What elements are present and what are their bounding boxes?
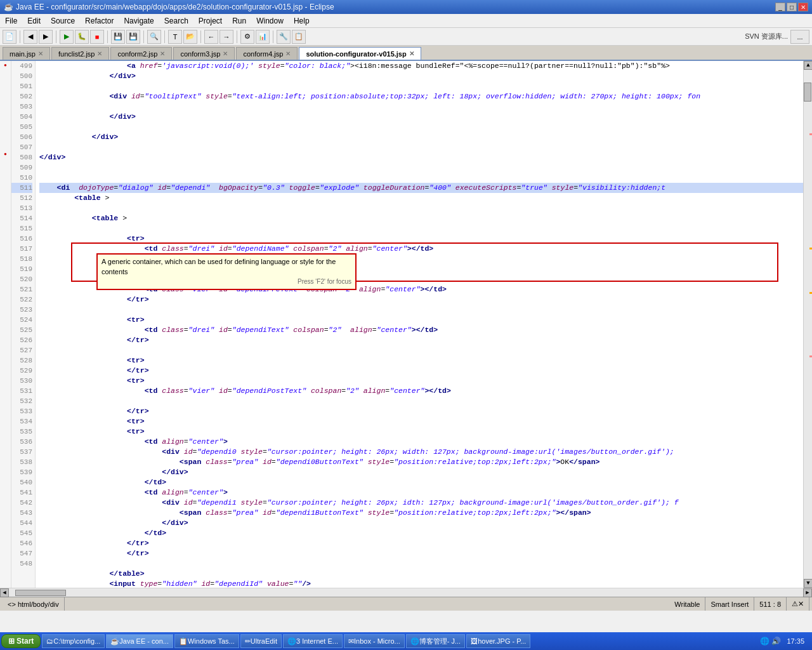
- taskbar-icon-eclipse: ☕: [110, 637, 119, 646]
- code-line-543: <span class="prea" id="dependi1ButtonTex…: [39, 508, 803, 518]
- scroll-right-button[interactable]: ▶: [803, 588, 812, 597]
- code-line-503: [39, 102, 803, 112]
- tab-conform4[interactable]: conform4.jsp ✕: [236, 47, 298, 60]
- open-type-button[interactable]: T: [168, 30, 182, 44]
- new-button[interactable]: 📄: [3, 30, 16, 44]
- close-button[interactable]: ✕: [798, 3, 808, 11]
- save-all-button[interactable]: 💾: [126, 30, 140, 44]
- code-line-547: </tr>: [39, 548, 803, 559]
- taskbar-item-eclipse[interactable]: ☕ Java EE - con...: [106, 634, 173, 648]
- scroll-left-button[interactable]: ◀: [0, 588, 9, 597]
- toolbar-btn1[interactable]: ⚙: [240, 30, 254, 44]
- tooltip-hint-text: Press 'F2' for focus: [102, 277, 351, 287]
- taskbar-item-hover[interactable]: 🖼 hover.JPG - P...: [466, 634, 530, 648]
- back-button[interactable]: ◀: [23, 30, 37, 44]
- code-area[interactable]: A generic container, which can be used f…: [36, 61, 803, 588]
- code-line-517: <td class="drei" id="dependiName" colspa…: [39, 244, 803, 254]
- close-tab-conform2[interactable]: ✕: [160, 50, 165, 57]
- taskbar-icon-hover: 🖼: [471, 637, 478, 645]
- sep7: [237, 30, 237, 43]
- taskbar-item-ultraedit[interactable]: ✏ UltraEdit: [240, 634, 282, 648]
- scroll-thumb[interactable]: [804, 83, 811, 102]
- menu-bar: File Edit Source Refactor Navigate Searc…: [0, 14, 812, 28]
- tab-conform3[interactable]: conform3.jsp ✕: [173, 47, 235, 60]
- vertical-scrollbar[interactable]: ▲ ▼: [803, 61, 812, 588]
- run-button[interactable]: ▶: [60, 30, 74, 44]
- scroll-down-button[interactable]: ▼: [804, 579, 812, 588]
- menu-run[interactable]: Run: [227, 15, 251, 27]
- code-line-541: <td align="center">: [39, 488, 803, 498]
- forward-button[interactable]: ▶: [39, 30, 53, 44]
- mode-segment: Writable: [669, 597, 705, 611]
- main-toolbar: 📄 ◀ ▶ ▶ 🐛 ■ 💾 💾 🔍 T 📂 ← → ⚙ 📊 🔧 📋 SVN 资源…: [0, 28, 812, 46]
- toolbar-btn3[interactable]: 🔧: [277, 30, 291, 44]
- sep2: [56, 30, 56, 43]
- horizontal-scrollbar[interactable]: ◀ ▶: [0, 588, 812, 597]
- code-line-537: <div id="dependi0 style="cursor:pointer;…: [39, 447, 803, 457]
- code-line-514: <table >: [39, 213, 803, 223]
- h-scroll-thumb[interactable]: [15, 590, 66, 596]
- code-line-522: </tr>: [39, 295, 803, 305]
- start-button[interactable]: ⊞ Start: [1, 634, 41, 648]
- scroll-marker-1: [809, 133, 812, 135]
- breadcrumb: <> html/body/div: [8, 600, 59, 608]
- close-tab-solution[interactable]: ✕: [409, 50, 414, 57]
- debug-button[interactable]: 🐛: [75, 30, 89, 44]
- toolbar-btn2[interactable]: 📊: [256, 30, 270, 44]
- taskbar-item-blog[interactable]: 🌐 博客管理- J...: [406, 634, 465, 648]
- taskbar-icon-ie: 🌐: [287, 637, 296, 646]
- code-line-534: <tr>: [39, 416, 803, 427]
- taskbar-icon-inbox: ✉: [348, 637, 354, 646]
- taskbar-item-windows[interactable]: 📋 Windows Tas...: [174, 634, 239, 648]
- taskbar-item-ie[interactable]: 🌐 3 Internet E...: [283, 634, 343, 648]
- menu-navigate[interactable]: Navigate: [119, 15, 159, 27]
- taskbar-icon-blog: 🌐: [410, 637, 419, 646]
- scroll-up-button[interactable]: ▲: [804, 61, 812, 70]
- code-line-512: <table >: [39, 193, 803, 203]
- taskbar-item-config[interactable]: 🗂 C:\tmp\config...: [42, 634, 105, 648]
- menu-file[interactable]: File: [0, 15, 22, 27]
- save-button[interactable]: 💾: [111, 30, 125, 44]
- tab-main-jsp[interactable]: main.jsp ✕: [3, 47, 50, 60]
- warning-icon: ⚠: [792, 600, 798, 608]
- h-scroll-track[interactable]: [9, 589, 803, 597]
- code-line-510: [39, 173, 803, 183]
- close-tab-funclist2[interactable]: ✕: [97, 50, 102, 57]
- tab-funclist2[interactable]: funclist2.jsp ✕: [51, 47, 109, 60]
- tab-solution-configurator[interactable]: solution-configurator-v015.jsp ✕: [299, 47, 421, 60]
- menu-project[interactable]: Project: [193, 15, 227, 27]
- next-edit-button[interactable]: →: [219, 30, 233, 44]
- minimize-button[interactable]: _: [775, 3, 785, 11]
- code-line-530: <tr>: [39, 376, 803, 386]
- menu-refactor[interactable]: Refactor: [80, 15, 119, 27]
- code-line-526: </tr>: [39, 335, 803, 345]
- menu-window[interactable]: Window: [251, 15, 289, 27]
- prev-edit-button[interactable]: ←: [204, 30, 218, 44]
- close-tab-conform4[interactable]: ✕: [285, 50, 291, 57]
- svn-button[interactable]: ...: [790, 30, 809, 44]
- maximize-button[interactable]: □: [787, 3, 797, 11]
- code-line-532: [39, 396, 803, 406]
- menu-source[interactable]: Source: [46, 15, 80, 27]
- code-line-513: [39, 203, 803, 213]
- error-icon: ✕: [798, 600, 804, 608]
- code-line-540: </td>: [39, 477, 803, 488]
- code-line-509: [39, 162, 803, 173]
- menu-search[interactable]: Search: [159, 15, 193, 27]
- code-line-506: </div>: [39, 132, 803, 142]
- close-tab-conform3[interactable]: ✕: [223, 50, 228, 57]
- search-button[interactable]: 🔍: [147, 30, 161, 44]
- stop-button[interactable]: ■: [90, 30, 104, 44]
- open-resource-button[interactable]: 📂: [183, 30, 197, 44]
- menu-help[interactable]: Help: [289, 15, 315, 27]
- close-tab-main[interactable]: ✕: [38, 50, 43, 57]
- code-line-500: </div>: [39, 71, 803, 81]
- taskbar-icon-ultraedit: ✏: [245, 637, 251, 646]
- code-line-511: <di dojoType="dialog" id="dependi" bgOpa…: [39, 183, 803, 193]
- scroll-track[interactable]: [804, 70, 812, 579]
- breadcrumb-segment: <> html/body/div: [3, 597, 65, 611]
- tab-conform2[interactable]: conform2.jsp ✕: [110, 47, 172, 60]
- menu-edit[interactable]: Edit: [22, 15, 46, 27]
- taskbar-item-inbox[interactable]: ✉ Inbox - Micro...: [344, 634, 405, 648]
- toolbar-btn4[interactable]: 📋: [292, 30, 306, 44]
